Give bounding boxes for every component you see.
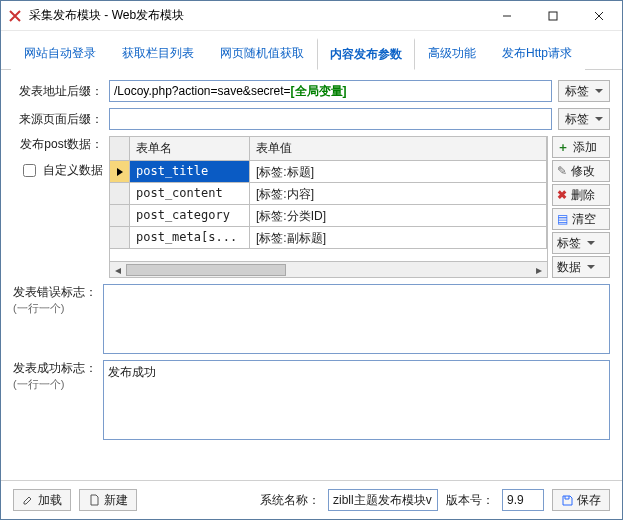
- tab-random-value[interactable]: 网页随机值获取: [207, 38, 317, 70]
- titlebar: 采集发布模块 - Web发布模块: [1, 1, 622, 31]
- grid-body: post_title [标签:标题] post_content [标签:内容] …: [110, 161, 547, 261]
- post-url-text: /Locoy.php?action=save&secret=: [114, 84, 291, 98]
- ref-label: 来源页面后缀：: [13, 111, 103, 128]
- add-button[interactable]: ＋添加: [552, 136, 610, 158]
- custom-data-checkbox-input[interactable]: [23, 164, 36, 177]
- app-window: 采集发布模块 - Web发布模块 网站自动登录 获取栏目列表 网页随机值获取 内…: [0, 0, 623, 520]
- svg-rect-0: [549, 12, 557, 20]
- edit-button[interactable]: ✎修改: [552, 160, 610, 182]
- ok-perline: (一行一个): [13, 378, 64, 390]
- success-flags-textarea[interactable]: [103, 360, 610, 440]
- tab-advanced[interactable]: 高级功能: [415, 38, 489, 70]
- edit-icon: [22, 494, 34, 506]
- ok-label-wrap: 发表成功标志： (一行一个): [13, 360, 97, 440]
- app-icon: [7, 8, 23, 24]
- cell-name[interactable]: post_title: [130, 161, 250, 182]
- table-row[interactable]: post_meta[s... [标签:副标题]: [110, 227, 547, 249]
- cell-value[interactable]: [标签:标题]: [250, 161, 547, 182]
- grid-header: 表单名 表单值: [110, 137, 547, 161]
- postdata-label: 发布post数据：: [20, 136, 103, 153]
- cell-name[interactable]: post_content: [130, 183, 250, 204]
- cell-value[interactable]: [标签:内容]: [250, 183, 547, 204]
- new-button[interactable]: 新建: [79, 489, 137, 511]
- minimize-button[interactable]: [484, 1, 530, 31]
- error-flags-textarea[interactable]: [103, 284, 610, 354]
- version-input[interactable]: [502, 489, 544, 511]
- table-row[interactable]: post_category [标签:分类ID]: [110, 205, 547, 227]
- grid-side-buttons: ＋添加 ✎修改 ✖删除 ▤清空 标签 数据: [552, 136, 610, 278]
- ok-label: 发表成功标志：: [13, 361, 97, 375]
- plus-icon: ＋: [557, 139, 569, 156]
- tab-http-request[interactable]: 发布Http请求: [489, 38, 585, 70]
- clear-icon: ▤: [557, 212, 568, 226]
- form-body: 发表地址后缀： /Locoy.php?action=save&secret=[全…: [1, 70, 622, 480]
- load-button[interactable]: 加载: [13, 489, 71, 511]
- tab-auto-login[interactable]: 网站自动登录: [11, 38, 109, 70]
- x-icon: ✖: [557, 188, 567, 202]
- post-fields-grid[interactable]: 表单名 表单值 post_title [标签:标题] post_content …: [109, 136, 548, 278]
- cell-name[interactable]: post_meta[s...: [130, 227, 250, 248]
- grid-col-name[interactable]: 表单名: [130, 137, 250, 160]
- cell-value[interactable]: [标签:副标题]: [250, 227, 547, 248]
- grid-hscrollbar[interactable]: ◂ ▸: [110, 261, 547, 277]
- ref-input[interactable]: [109, 108, 552, 130]
- maximize-button[interactable]: [530, 1, 576, 31]
- tabstrip: 网站自动登录 获取栏目列表 网页随机值获取 内容发布参数 高级功能 发布Http…: [1, 31, 622, 70]
- ref-tag-button[interactable]: 标签: [558, 108, 610, 130]
- save-button[interactable]: 保存: [552, 489, 610, 511]
- err-perline: (一行一个): [13, 302, 64, 314]
- row-indicator: [110, 161, 130, 182]
- side-data-button[interactable]: 数据: [552, 256, 610, 278]
- pencil-icon: ✎: [557, 164, 567, 178]
- save-icon: [561, 494, 573, 506]
- window-title: 采集发布模块 - Web发布模块: [29, 7, 484, 24]
- side-tag-button[interactable]: 标签: [552, 232, 610, 254]
- custom-data-checkbox[interactable]: 自定义数据: [19, 161, 103, 180]
- selected-row-icon: [117, 168, 123, 176]
- table-row[interactable]: post_title [标签:标题]: [110, 161, 547, 183]
- post-url-var: [全局变量]: [291, 83, 347, 100]
- footer: 加载 新建 系统名称： 版本号： 保存: [1, 480, 622, 519]
- tab-get-columns[interactable]: 获取栏目列表: [109, 38, 207, 70]
- err-label: 发表错误标志：: [13, 285, 97, 299]
- close-button[interactable]: [576, 1, 622, 31]
- post-url-tag-button[interactable]: 标签: [558, 80, 610, 102]
- delete-button[interactable]: ✖删除: [552, 184, 610, 206]
- file-icon: [88, 494, 100, 506]
- cell-value[interactable]: [标签:分类ID]: [250, 205, 547, 226]
- version-label: 版本号：: [446, 492, 494, 509]
- custom-data-label: 自定义数据: [43, 162, 103, 179]
- grid-corner: [110, 137, 130, 160]
- scroll-thumb[interactable]: [126, 264, 286, 276]
- table-row[interactable]: post_content [标签:内容]: [110, 183, 547, 205]
- cell-name[interactable]: post_category: [130, 205, 250, 226]
- sysname-input[interactable]: [328, 489, 438, 511]
- post-url-input[interactable]: /Locoy.php?action=save&secret=[全局变量]: [109, 80, 552, 102]
- scroll-right-icon[interactable]: ▸: [531, 263, 547, 277]
- sysname-label: 系统名称：: [260, 492, 320, 509]
- post-url-label: 发表地址后缀：: [13, 83, 103, 100]
- grid-col-value[interactable]: 表单值: [250, 137, 547, 160]
- tab-publish-params[interactable]: 内容发布参数: [317, 38, 415, 70]
- clear-button[interactable]: ▤清空: [552, 208, 610, 230]
- err-label-wrap: 发表错误标志： (一行一个): [13, 284, 97, 354]
- scroll-left-icon[interactable]: ◂: [110, 263, 126, 277]
